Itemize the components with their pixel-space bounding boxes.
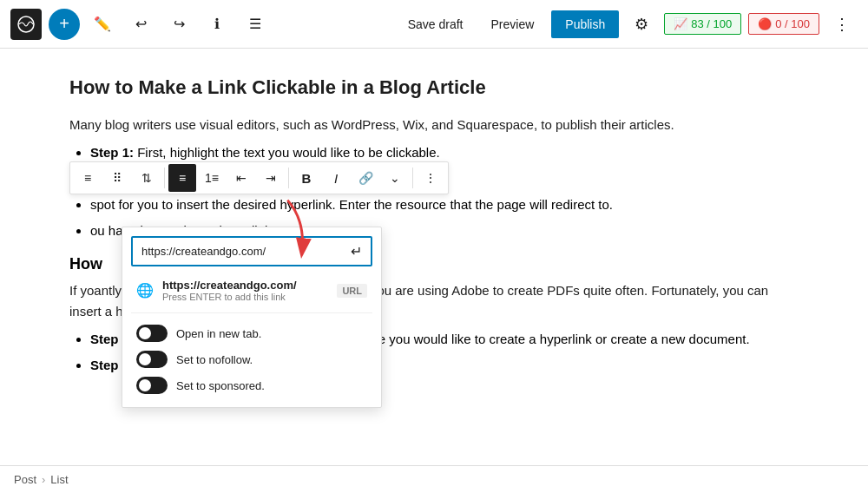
- toolbar-drag-button[interactable]: ⠿: [103, 164, 131, 192]
- outdent-icon: ⇤: [236, 171, 247, 185]
- readability-score-badge[interactable]: 🔴 0 / 100: [748, 13, 819, 35]
- bold-icon: B: [302, 171, 312, 186]
- toolbar-link-button[interactable]: 🔗: [352, 164, 379, 192]
- globe-icon: 🌐: [136, 282, 154, 299]
- toolbar-divider2: [288, 168, 289, 188]
- toolbar-ordered-list-button[interactable]: 1≡: [198, 164, 226, 192]
- redo-button[interactable]: ↪: [163, 9, 194, 40]
- unordered-list-icon: ≡: [179, 171, 186, 185]
- toolbar-align-button[interactable]: ≡: [74, 164, 102, 192]
- breadcrumb-post[interactable]: Post: [14, 473, 36, 486]
- drag-icon: ⠿: [113, 171, 122, 185]
- toolbar-move-button[interactable]: ⇅: [133, 164, 161, 192]
- seo-score-icon: 📈: [674, 17, 687, 30]
- publish-button[interactable]: Publish: [551, 10, 619, 38]
- toolbar-divider3: [412, 168, 413, 188]
- add-block-button[interactable]: +: [49, 9, 80, 40]
- breadcrumb-list[interactable]: List: [50, 473, 68, 486]
- readability-score-value: 0 / 100: [775, 17, 810, 30]
- redo-icon: ↪: [174, 16, 185, 32]
- toggle-row-3: Set to sponsored.: [131, 372, 372, 398]
- nofollow-toggle[interactable]: [136, 351, 168, 368]
- settings-button[interactable]: ⚙: [626, 9, 657, 40]
- paragraph-1[interactable]: Many blog writers use visual editors, su…: [69, 115, 799, 135]
- breadcrumb-separator: ›: [42, 473, 45, 486]
- toolbar-divider: [164, 168, 165, 188]
- list-view-button[interactable]: ☰: [240, 9, 271, 40]
- new-tab-label: Open in new tab.: [176, 327, 261, 340]
- toggle-row-1: Open in new tab.: [131, 320, 372, 346]
- preview-button[interactable]: Preview: [481, 12, 545, 36]
- step-text: spot for you to insert the desired hyper…: [90, 197, 613, 212]
- ordered-list-icon: 1≡: [205, 171, 219, 185]
- toggle-row-2: Set to nofollow.: [131, 346, 372, 372]
- info-button[interactable]: ℹ: [201, 9, 233, 40]
- nofollow-label: Set to nofollow.: [176, 353, 253, 366]
- italic-icon: I: [334, 171, 338, 186]
- url-submit-button[interactable]: ↵: [351, 243, 362, 260]
- toolbar-more-rich-button[interactable]: ⌄: [381, 164, 409, 192]
- save-draft-button[interactable]: Save draft: [398, 12, 474, 36]
- list-icon: ☰: [249, 16, 261, 32]
- list-item[interactable]: Step 1: First, highlight the text you wo…: [90, 142, 799, 163]
- undo-icon: ↩: [135, 16, 147, 32]
- sponsored-toggle[interactable]: [136, 377, 168, 394]
- step-bold: Step 1:: [90, 145, 134, 160]
- topbar: + ✏️ ↩ ↪ ℹ ☰ Save draft Preview Publish …: [0, 0, 868, 49]
- post-title[interactable]: How to Make a Link Clickable in a Blog A…: [69, 76, 799, 99]
- tools-button[interactable]: ✏️: [87, 9, 118, 40]
- indent-icon: ⇥: [266, 171, 276, 185]
- chevron-down-icon: ⌄: [390, 171, 400, 185]
- seo-score-value: 83 / 100: [691, 17, 732, 30]
- paragraph-2-start: If yo: [69, 283, 94, 298]
- topbar-right: Save draft Preview Publish ⚙ 📈 83 / 100 …: [398, 9, 858, 40]
- toggles-section: Open in new tab. Set to nofollow. Set to…: [131, 312, 372, 398]
- more-options-button[interactable]: ⋮: [826, 9, 858, 40]
- list-item[interactable]: spot for you to insert the desired hyper…: [90, 194, 799, 215]
- editor-area: ≡ ⠿ ⇅ ≡ 1≡ ⇤ ⇥ B I 🔗 ⌄: [0, 49, 868, 465]
- step-text: First, highlight the text you would like…: [137, 145, 440, 160]
- toolbar-unordered-list-button[interactable]: ≡: [168, 164, 196, 192]
- undo-button[interactable]: ↩: [125, 9, 156, 40]
- up-down-icon: ⇅: [141, 171, 152, 185]
- toolbar-indent-button[interactable]: ⇥: [257, 164, 285, 192]
- sponsored-label: Set to sponsored.: [176, 379, 265, 392]
- url-suggestion-hint: Press ENTER to add this link: [162, 292, 328, 302]
- bottombar: Post › List: [0, 465, 868, 493]
- seo-score-badge[interactable]: 📈 83 / 100: [664, 13, 741, 35]
- more-options-icon: ⋮: [424, 171, 437, 185]
- ellipsis-icon: ⋮: [834, 15, 850, 34]
- link-icon: 🔗: [358, 171, 373, 185]
- gear-icon: ⚙: [635, 15, 648, 34]
- plus-icon: +: [59, 14, 69, 34]
- toolbar-italic-button[interactable]: I: [322, 164, 350, 192]
- wp-logo: [10, 9, 42, 40]
- info-icon: ℹ: [214, 16, 220, 32]
- url-suggestion-item[interactable]: 🌐 https://createandgo.com/ Press ENTER t…: [131, 272, 372, 309]
- toolbar-options-button[interactable]: ⋮: [417, 164, 444, 192]
- readability-score-icon: 🔴: [758, 17, 772, 30]
- pencil-icon: ✏️: [94, 16, 111, 32]
- toolbar-bold-button[interactable]: B: [293, 164, 320, 192]
- block-toolbar: ≡ ⠿ ⇅ ≡ 1≡ ⇤ ⇥ B I 🔗 ⌄: [69, 161, 449, 194]
- toolbar-outdent-button[interactable]: ⇤: [227, 164, 255, 192]
- url-tag: URL: [337, 284, 367, 298]
- svg-point-0: [18, 16, 34, 32]
- enter-icon: ↵: [351, 244, 362, 259]
- new-tab-toggle[interactable]: [136, 325, 168, 342]
- align-icon: ≡: [84, 171, 91, 185]
